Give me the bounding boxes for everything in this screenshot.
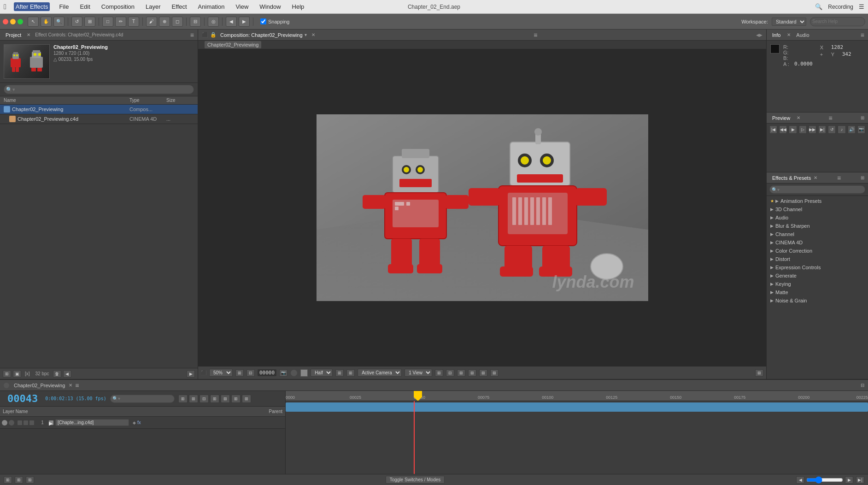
tool-hand[interactable]: ✋ <box>41 17 52 27</box>
footer-nav-back[interactable]: ◀ <box>63 370 71 378</box>
grid-btn[interactable]: ⊞ <box>346 369 355 377</box>
list-item[interactable]: Chapter02_Previewing Compos... <box>0 105 198 114</box>
tool-selection[interactable]: ↖ <box>28 17 39 27</box>
tl-expand[interactable]: ⊟ <box>861 383 864 388</box>
effect-item-color-correction[interactable]: ▶ Color Correction <box>767 247 868 255</box>
tool-eraser[interactable]: ◻ <box>172 17 183 27</box>
view-select[interactable]: 1 View <box>405 369 432 377</box>
info-panel-menu[interactable]: ≡ <box>861 31 864 39</box>
effect-item-channel[interactable]: ▶ Channel <box>767 230 868 238</box>
menu-layer[interactable]: Layer <box>144 2 163 11</box>
list-item[interactable]: Chapter02_Previewing.c4d CINEMA 4D ... <box>0 114 198 124</box>
view-toggle-1[interactable]: ⊞ <box>435 369 443 377</box>
prev-last-frame[interactable]: ▶| <box>818 125 826 134</box>
tl-zoom-slider[interactable] <box>806 478 843 482</box>
tab-composition[interactable]: Composition: Chapter02_Previewing ▾ <box>218 31 309 39</box>
prev-step-fwd[interactable]: ▶▶ <box>809 125 816 134</box>
fit-btn[interactable]: ⊞ <box>235 369 244 377</box>
comp-collapse-icon[interactable]: ◀▶ <box>756 33 762 37</box>
tab-info[interactable]: Info <box>770 31 782 39</box>
effects-search-input[interactable] <box>769 185 865 194</box>
layer-fx-icon[interactable]: fx <box>137 420 141 425</box>
layer-expand-arrow[interactable]: ▶ <box>49 420 53 425</box>
tool-puppet[interactable]: ⊞ <box>84 17 95 27</box>
tl-bottom-btn-end[interactable]: ▶| <box>856 476 864 484</box>
effect-item-3d-channel[interactable]: ▶ 3D Channel <box>767 205 868 213</box>
full-btn[interactable]: ⊟ <box>246 369 255 377</box>
effects-tab-close[interactable]: ✕ <box>814 175 817 180</box>
layer-lock[interactable] <box>18 420 22 425</box>
tl-btn-slide[interactable]: ⊞ <box>231 395 240 403</box>
tl-layer-search[interactable] <box>110 395 175 403</box>
tl-zoom-in[interactable]: ▶ <box>845 476 853 484</box>
toggle-switches-modes-btn[interactable]: Toggle Switches / Modes <box>386 476 445 484</box>
view-toggle-6[interactable]: ⊞ <box>490 369 499 377</box>
tab-audio[interactable]: Audio <box>794 31 811 39</box>
tab-effects-presets[interactable]: Effects & Presets <box>770 174 813 182</box>
prev-play[interactable]: ▶ <box>789 125 797 134</box>
effect-item-expression-controls[interactable]: ▶ Expression Controls <box>767 263 868 272</box>
comp-panel-menu[interactable]: ≡ <box>534 31 537 39</box>
menu-help[interactable]: Help <box>290 2 306 11</box>
preview-expand-icon[interactable]: ⊞ <box>861 115 864 120</box>
nav-next[interactable]: ▶ <box>239 17 250 27</box>
menu-window[interactable]: Window <box>258 2 282 11</box>
global-search-input[interactable] <box>810 17 865 26</box>
effect-item-matte[interactable]: ▶ Matte <box>767 288 868 296</box>
effect-item-noise-grain[interactable]: ▶ Noise & Grain <box>767 296 868 305</box>
tl-btn-trim[interactable]: ⊞ <box>210 395 219 403</box>
footer-btn-new-folder[interactable]: ⊞ <box>3 370 11 378</box>
tool-text[interactable]: T <box>128 17 139 27</box>
tl-comp-tab[interactable]: Chapter02_Previewing <box>14 383 65 388</box>
comp-tab-close[interactable]: ✕ <box>311 32 315 37</box>
menu-after-effects[interactable]: After Effects <box>14 2 50 11</box>
tl-current-time[interactable]: 00043 <box>7 393 38 404</box>
nav-prev[interactable]: ◀ <box>226 17 237 27</box>
effect-item-cinema4d[interactable]: ▶ CINEMA 4D <box>767 238 868 247</box>
tool-zoom[interactable]: 🔍 <box>53 17 65 27</box>
tl-layer-row[interactable]: 1 ▶ [Chapte...ing.c4d] ◆ fx <box>0 417 285 429</box>
comp-tab-dropdown[interactable]: ▾ <box>305 32 307 37</box>
quality-btn[interactable]: ⊞ <box>335 369 344 377</box>
project-search-input[interactable] <box>4 85 194 94</box>
layer-visibility-toggle[interactable] <box>2 420 7 426</box>
tl-bottom-btn-3[interactable]: ⊞ <box>26 476 34 484</box>
window-close[interactable] <box>3 19 8 24</box>
zoom-select[interactable]: 50% <box>209 369 233 377</box>
effect-item-distort[interactable]: ▶ Distort <box>767 255 868 263</box>
view-toggle-5[interactable]: ⊞ <box>479 369 487 377</box>
prev-play-audio[interactable]: ▷ <box>799 125 807 134</box>
tl-tab-close[interactable]: ✕ <box>69 383 72 388</box>
prev-snapshot[interactable]: 📷 <box>857 125 865 134</box>
prev-step-back[interactable]: ◀◀ <box>779 125 787 134</box>
tool-rect-mask[interactable]: □ <box>102 17 113 27</box>
tool-puppet2[interactable]: ⊟ <box>190 17 201 27</box>
camera-select[interactable]: Active Camera <box>358 369 402 377</box>
effect-item-audio[interactable]: ▶ Audio <box>767 213 868 222</box>
effect-item-animation-presets[interactable]: ★ ▶ Animation Presets <box>767 197 868 205</box>
tl-bottom-btn-1[interactable]: ⊞ <box>4 476 12 484</box>
tool-brush[interactable]: 🖌 <box>146 17 157 27</box>
prev-first-frame[interactable]: |◀ <box>769 125 777 134</box>
tl-bottom-btn-2[interactable]: ⊞ <box>15 476 23 484</box>
apple-menu[interactable]:  <box>4 3 6 11</box>
layer-motion-blur[interactable]: ◆ <box>133 420 136 425</box>
snapping-checkbox[interactable] <box>260 18 266 24</box>
menu-effect[interactable]: Effect <box>170 2 189 11</box>
effect-item-generate[interactable]: ▶ Generate <box>767 272 868 280</box>
tool-clone[interactable]: ⊕ <box>159 17 170 27</box>
tl-playhead[interactable] <box>414 401 415 474</box>
comp-viewer[interactable]: lynda.com <box>198 49 766 366</box>
menu-composition[interactable]: Composition <box>100 2 136 11</box>
info-tab-close[interactable]: ✕ <box>787 32 791 37</box>
effect-item-blur-sharpen[interactable]: ▶ Blur & Sharpen <box>767 222 868 230</box>
tab-preview[interactable]: Preview <box>770 114 792 122</box>
prev-loop[interactable]: ↺ <box>828 125 836 134</box>
menu-animation[interactable]: Animation <box>196 2 227 11</box>
tool-roto[interactable]: ◎ <box>208 17 219 27</box>
effect-item-keying[interactable]: ▶ Keying <box>767 280 868 288</box>
footer-btn-delete[interactable]: 🗑 <box>53 370 61 378</box>
prev-mute[interactable]: 🔊 <box>848 125 856 134</box>
layer-shy[interactable] <box>23 420 28 425</box>
effects-expand-icon[interactable]: ⊞ <box>861 175 864 180</box>
